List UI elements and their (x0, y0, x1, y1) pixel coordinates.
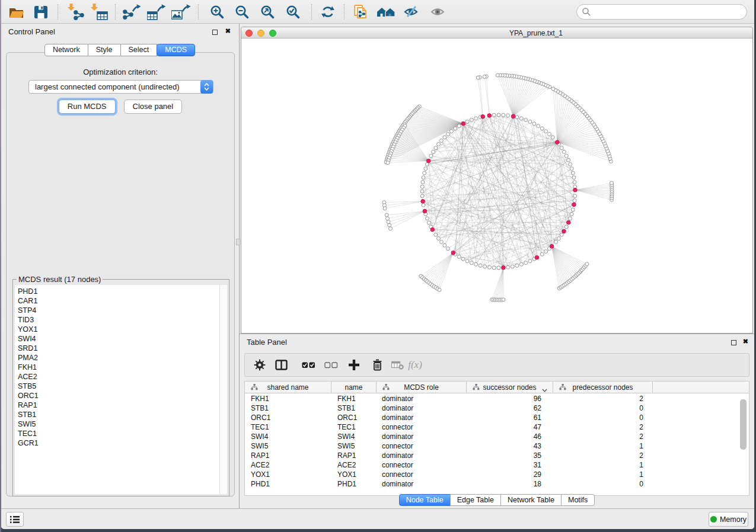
table-row-SWI4[interactable]: SWI4SWI4dominator462 (245, 432, 749, 441)
minimize-window-icon[interactable] (257, 30, 264, 37)
columns-icon[interactable] (273, 354, 289, 376)
table-row-ORC1[interactable]: ORC1ORC1dominator610 (245, 413, 749, 422)
mcds-result-list: PHD1CAR1STP4TID3YOX1SWI4SRD1PMA2FKH1ACE2… (15, 285, 227, 494)
cell-name: SWI4 (337, 432, 355, 441)
cell-mcds-role: dominator (382, 403, 413, 413)
mcds-result-item[interactable]: SWI4 (15, 334, 227, 344)
cell-predecessor-nodes: 2 (553, 432, 643, 441)
tab-style[interactable]: Style (88, 44, 121, 56)
table-float-icon[interactable] (731, 340, 736, 345)
mcds-list-scrollbar[interactable] (219, 285, 227, 494)
mcds-result-item[interactable]: GCR1 (15, 438, 227, 448)
cell-name: RAP1 (337, 451, 356, 460)
mcds-result-item[interactable]: YOX1 (15, 325, 227, 334)
cell-name: PHD1 (337, 479, 356, 489)
export-network-button[interactable] (122, 2, 142, 21)
toolbar-separator (344, 4, 344, 20)
tab-edge-table[interactable]: Edge Table (450, 494, 501, 506)
close-window-icon[interactable] (245, 30, 253, 37)
mcds-result-group: MCDS result (17 nodes) PHD1CAR1STP4TID3Y… (12, 279, 229, 496)
column-header-name[interactable]: name (331, 382, 377, 393)
zoom-fit-button[interactable] (257, 2, 277, 21)
zoom-out-button[interactable] (232, 2, 252, 21)
refresh-button[interactable] (318, 2, 338, 21)
tab-mcds[interactable]: MCDS (157, 44, 195, 56)
column-header-MCDS-role[interactable]: MCDS role (377, 382, 467, 393)
column-header-shared-name[interactable]: shared name (245, 382, 331, 393)
app-window: Control Panel ✖ NetworkStyleSelectMCDS O… (1, 0, 754, 529)
close-panel-icon[interactable]: ✖ (225, 27, 231, 35)
export-table-button[interactable] (146, 2, 167, 21)
cell-shared-name: ACE2 (251, 460, 269, 470)
mcds-result-item[interactable]: SRD1 (15, 344, 227, 353)
maximize-window-icon[interactable] (269, 30, 276, 37)
cell-name: ACE2 (337, 460, 356, 470)
cell-predecessor-nodes: 2 (553, 451, 643, 460)
mcds-result-item[interactable]: CAR1 (15, 296, 227, 306)
import-table-button[interactable] (88, 2, 109, 21)
first-neighbors-button[interactable] (376, 2, 396, 21)
tab-select[interactable]: Select (120, 44, 158, 56)
tab-node-table[interactable]: Node Table (399, 494, 451, 506)
mcds-result-item[interactable]: STB5 (15, 382, 227, 391)
float-panel-icon[interactable] (212, 30, 218, 35)
show-panels-button[interactable] (6, 512, 24, 527)
add-icon[interactable] (346, 354, 362, 376)
network-window-titlebar[interactable]: YPA_prune.txt_1 (241, 27, 752, 39)
memory-button[interactable]: Memory (709, 512, 748, 527)
panel-splitter-handle[interactable] (236, 239, 240, 245)
column-header-successor-nodes[interactable]: successor nodes (467, 382, 553, 393)
search-input[interactable] (576, 4, 747, 20)
select-all-icon[interactable] (300, 354, 317, 376)
tab-network-table[interactable]: Network Table (500, 494, 562, 506)
delete-icon[interactable] (369, 354, 385, 376)
cell-predecessor-nodes: 2 (553, 394, 643, 403)
mcds-result-item[interactable]: RAP1 (15, 400, 227, 410)
zoom-in-button[interactable] (207, 2, 227, 21)
toolbar-separator (58, 4, 58, 20)
network-canvas[interactable] (241, 39, 752, 333)
mcds-result-item[interactable]: PMA2 (15, 353, 227, 363)
table-row-SWI5[interactable]: SWI5SWI5connector431 (245, 441, 749, 451)
export-image-button[interactable] (171, 2, 191, 21)
save-session-button[interactable] (31, 2, 51, 21)
table-row-TEC1[interactable]: TEC1TEC1connector472 (245, 422, 749, 432)
table-close-icon[interactable]: ✖ (743, 338, 748, 345)
mcds-result-item[interactable]: ACE2 (15, 372, 227, 382)
mcds-result-item[interactable]: ORC1 (15, 391, 227, 400)
cell-shared-name: PHD1 (251, 479, 270, 489)
open-file-button[interactable] (6, 2, 26, 21)
copy-network-button[interactable] (352, 2, 372, 21)
run-mcds-button[interactable]: Run MCDS (59, 100, 116, 114)
table-row-YOX1[interactable]: YOX1YOX1connector291 (245, 470, 749, 479)
criterion-dropdown[interactable]: largest connected component (undirected) (28, 80, 213, 94)
table-row-FKH1[interactable]: FKH1FKH1dominator962 (245, 394, 749, 403)
column-header-predecessor-nodes[interactable]: predecessor nodes (553, 382, 653, 393)
cell-mcds-role: dominator (382, 479, 413, 489)
mcds-tab-content: Optimization criterion: largest connecte… (6, 52, 235, 496)
tab-motifs[interactable]: Motifs (561, 494, 595, 506)
main-toolbar (1, 0, 754, 24)
mcds-result-item[interactable]: STB1 (15, 410, 227, 419)
import-network-button[interactable] (65, 2, 85, 21)
mcds-result-item[interactable]: SWI5 (15, 419, 227, 429)
mcds-result-item[interactable]: TEC1 (15, 429, 227, 438)
mcds-result-item[interactable]: STP4 (15, 306, 227, 315)
table-row-PHD1[interactable]: PHD1PHD1dominator180 (245, 479, 749, 489)
mcds-result-item[interactable]: FKH1 (15, 363, 227, 372)
mcds-result-item[interactable]: TID3 (15, 315, 227, 325)
table-toolbar: f(x) (244, 353, 749, 377)
cell-shared-name: RAP1 (251, 451, 269, 460)
table-row-RAP1[interactable]: RAP1RAP1dominator352 (245, 451, 749, 460)
table-scrollbar[interactable] (740, 399, 747, 450)
close-panel-button[interactable]: Close panel (124, 100, 183, 114)
table-row-STB1[interactable]: STB1STB1dominator620 (245, 403, 749, 413)
deselect-all-icon[interactable] (323, 354, 339, 376)
mcds-result-item[interactable]: PHD1 (15, 287, 227, 296)
hide-selected-button[interactable] (401, 2, 422, 21)
zoom-selected-button[interactable] (283, 2, 303, 21)
table-row-ACE2[interactable]: ACE2ACE2connector311 (245, 460, 749, 470)
tab-network[interactable]: Network (44, 44, 88, 56)
gear-icon[interactable] (251, 354, 268, 376)
show-all-button[interactable] (428, 2, 448, 21)
